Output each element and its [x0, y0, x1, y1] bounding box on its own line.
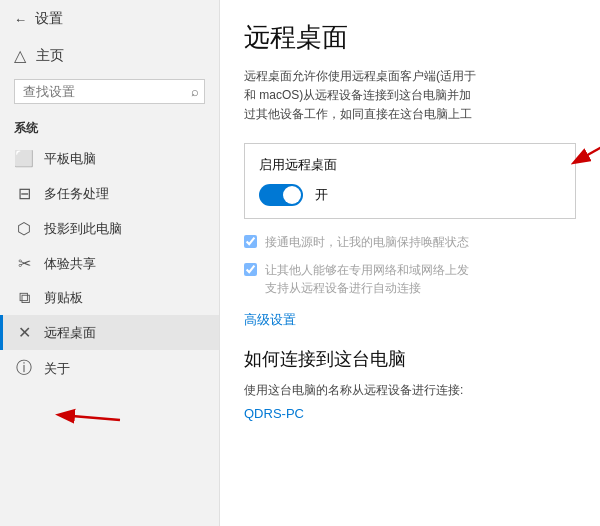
- svg-line-3: [575, 134, 600, 162]
- project-label: 投影到此电脑: [44, 220, 122, 238]
- enable-section: 启用远程桌面 开: [244, 143, 576, 219]
- how-to-title: 如何连接到这台电脑: [244, 347, 576, 371]
- main-content: 远程桌面 远程桌面允许你使用远程桌面客户端(适用于和 macOS)从远程设备连接…: [220, 0, 600, 526]
- settings-title: 设置: [35, 10, 63, 28]
- tablet-icon: ⬜: [14, 149, 34, 168]
- remote-label: 远程桌面: [44, 324, 96, 342]
- sidebar-item-multitask[interactable]: ⊟ 多任务处理: [0, 176, 219, 211]
- svg-line-1: [60, 415, 120, 420]
- sidebar-item-clipboard[interactable]: ⧉ 剪贴板: [0, 281, 219, 315]
- enable-section-title: 启用远程桌面: [259, 156, 561, 174]
- advanced-settings-link[interactable]: 高级设置: [244, 311, 576, 329]
- back-button[interactable]: ← 设置: [0, 0, 219, 38]
- clipboard-label: 剪贴板: [44, 289, 83, 307]
- description-text: 远程桌面允许你使用远程桌面客户端(适用于和 macOS)从远程设备连接到这台电脑…: [244, 67, 576, 125]
- system-section-label: 系统: [0, 110, 219, 141]
- clipboard-icon: ⧉: [14, 289, 34, 307]
- power-option: 接通电源时，让我的电脑保持唤醒状态: [244, 233, 576, 251]
- share-label: 体验共享: [44, 255, 96, 273]
- sidebar-item-tablet[interactable]: ⬜ 平板电脑: [0, 141, 219, 176]
- about-icon: ⓘ: [14, 358, 34, 379]
- toggle-row: 开: [259, 184, 561, 206]
- project-icon: ⬡: [14, 219, 34, 238]
- back-arrow-icon: ←: [14, 12, 27, 27]
- page-title: 远程桌面: [244, 20, 576, 55]
- multitask-icon: ⊟: [14, 184, 34, 203]
- power-checkbox[interactable]: [244, 235, 257, 248]
- about-label: 关于: [44, 360, 70, 378]
- network-checkbox[interactable]: [244, 263, 257, 276]
- network-option-text: 让其他人能够在专用网络和域网络上发支持从远程设备进行自动连接: [265, 261, 469, 297]
- remote-desktop-toggle[interactable]: [259, 184, 303, 206]
- sidebar-item-about[interactable]: ⓘ 关于: [0, 350, 219, 387]
- tablet-label: 平板电脑: [44, 150, 96, 168]
- sidebar-item-project[interactable]: ⬡ 投影到此电脑: [0, 211, 219, 246]
- arrow-to-toggle: [555, 124, 600, 184]
- share-icon: ✂: [14, 254, 34, 273]
- network-option: 让其他人能够在专用网络和域网络上发支持从远程设备进行自动连接: [244, 261, 576, 297]
- search-box[interactable]: ⌕: [14, 79, 205, 104]
- search-input[interactable]: [23, 84, 191, 99]
- sidebar-item-share[interactable]: ✂ 体验共享: [0, 246, 219, 281]
- multitask-label: 多任务处理: [44, 185, 109, 203]
- pc-name[interactable]: QDRS-PC: [244, 406, 304, 421]
- sidebar-item-remote[interactable]: ✕ 远程桌面: [0, 315, 219, 350]
- home-nav-item[interactable]: △ 主页: [0, 38, 219, 73]
- home-icon: △: [14, 46, 26, 65]
- toggle-on-label: 开: [315, 186, 328, 204]
- home-label: 主页: [36, 47, 64, 65]
- remote-icon: ✕: [14, 323, 34, 342]
- how-to-desc: 使用这台电脑的名称从远程设备进行连接:: [244, 381, 576, 400]
- sidebar: ← 设置 △ 主页 ⌕ 系统 ⬜ 平板电脑 ⊟ 多任务处理 ⬡ 投影到此电脑 ✂…: [0, 0, 220, 526]
- search-icon: ⌕: [191, 84, 199, 99]
- power-option-text: 接通电源时，让我的电脑保持唤醒状态: [265, 233, 469, 251]
